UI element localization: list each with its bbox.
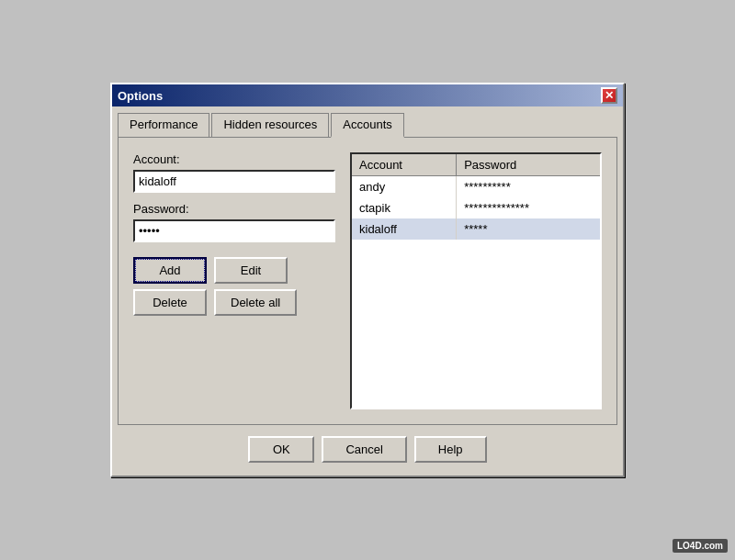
left-panel: Account: Password: Add Edit Delete Delet…: [133, 152, 335, 409]
delete-button[interactable]: Delete: [133, 289, 207, 316]
account-input[interactable]: [133, 170, 335, 193]
tab-accounts[interactable]: Accounts: [331, 113, 403, 138]
table-row[interactable]: ctapik**************: [352, 197, 600, 218]
password-input[interactable]: [133, 219, 335, 242]
button-row-2: Delete Delete all: [133, 289, 335, 316]
password-label: Password:: [133, 202, 335, 216]
account-table-panel: Account Password andy**********ctapik***…: [350, 152, 602, 409]
help-button[interactable]: Help: [414, 436, 487, 463]
add-button[interactable]: Add: [133, 257, 207, 284]
col-password-header: Password: [457, 154, 600, 176]
delete-all-button[interactable]: Delete all: [214, 289, 297, 316]
options-dialog: Options ✕ Performance Hidden resources A…: [110, 83, 625, 477]
table-cell-password: **********: [457, 176, 600, 198]
ok-button[interactable]: OK: [248, 436, 314, 463]
watermark: LO4D.com: [673, 539, 728, 553]
table-cell-account: kidaloff: [352, 218, 457, 240]
button-row-1: Add Edit: [133, 257, 335, 284]
table-row[interactable]: kidaloff*****: [352, 218, 600, 240]
dialog-footer: OK Cancel Help: [112, 425, 623, 476]
table-cell-password: **************: [457, 197, 600, 218]
close-icon: ✕: [605, 90, 614, 101]
account-table: Account Password andy**********ctapik***…: [352, 154, 600, 240]
edit-button[interactable]: Edit: [214, 257, 288, 284]
tab-content: Account: Password: Add Edit Delete Delet…: [118, 137, 617, 425]
tab-performance[interactable]: Performance: [118, 113, 209, 138]
close-button[interactable]: ✕: [601, 87, 617, 104]
table-cell-account: ctapik: [352, 197, 457, 218]
account-label: Account:: [133, 152, 335, 166]
titlebar: Options ✕: [112, 84, 623, 106]
tab-hidden-resources[interactable]: Hidden resources: [211, 113, 329, 138]
table-cell-account: andy: [352, 176, 457, 198]
table-row[interactable]: andy**********: [352, 176, 600, 198]
cancel-button[interactable]: Cancel: [322, 436, 406, 463]
table-cell-password: *****: [457, 218, 600, 240]
window-title: Options: [118, 89, 163, 103]
table-header-row: Account Password: [352, 154, 600, 176]
accounts-layout: Account: Password: Add Edit Delete Delet…: [133, 152, 602, 409]
tab-bar: Performance Hidden resources Accounts: [112, 106, 623, 137]
col-account-header: Account: [352, 154, 457, 176]
